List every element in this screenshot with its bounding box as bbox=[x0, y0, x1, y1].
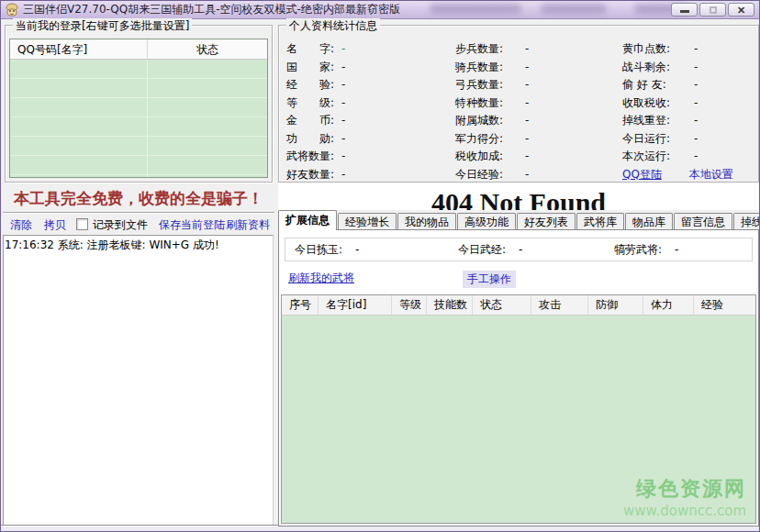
log-to-file-label[interactable]: 记录到文件 bbox=[93, 217, 148, 233]
col-defense: 防御 bbox=[588, 295, 643, 315]
close-button[interactable]: ✕ bbox=[728, 3, 754, 17]
tab-exp-growth[interactable]: 经验增长 bbox=[338, 213, 397, 230]
embedded-browser-strip: 404 Not Found bbox=[278, 183, 759, 210]
stat-value: - bbox=[525, 96, 529, 109]
stat-row: 军力得分:- bbox=[455, 130, 529, 149]
stat-row: 骑兵数量:- bbox=[455, 59, 529, 77]
stat-value: - bbox=[341, 132, 345, 145]
extended-info-panel: 今日拣玉:- 今日武经:- 犒劳武将:- 刷新我的武将 手工操作 序号 名字[i… bbox=[278, 229, 759, 526]
stat-value: - bbox=[525, 168, 529, 181]
log-to-file-checkbox[interactable] bbox=[76, 218, 88, 230]
tab-messages[interactable]: 留言信息 bbox=[674, 213, 732, 230]
col-status: 状态 bbox=[473, 295, 531, 315]
col-skill-count: 技能数 bbox=[427, 295, 473, 315]
reward-generals-label: 犒劳武将: bbox=[614, 243, 662, 256]
divider bbox=[3, 212, 274, 214]
stat-value: - bbox=[525, 114, 529, 127]
column-header-status[interactable]: 状态 bbox=[148, 39, 267, 59]
column-header-qq[interactable]: QQ号码[名字] bbox=[10, 39, 148, 59]
stat-value: - bbox=[341, 42, 345, 55]
login-list-header: QQ号码[名字] 状态 bbox=[10, 39, 267, 60]
stat-row: 功 勋:- bbox=[286, 130, 345, 149]
stat-links-row: QQ登陆 本地设置 bbox=[622, 166, 733, 184]
app-window: 三国伴侣V27.70-QQ胡来三国辅助工具-空间校友双模式-绝密内部最新窃密版 … bbox=[0, 0, 760, 532]
system-log-box[interactable]: 17:16:32 系统: 注册老板键: WIN+G 成功! bbox=[3, 235, 274, 530]
stat-row: 弓兵数量:- bbox=[455, 76, 529, 94]
stat-value: - bbox=[694, 150, 698, 162]
generals-table: 序号 名字[id] 等级 技能数 状态 攻击 防御 体力 经验 绿色资源网 ww… bbox=[281, 294, 756, 524]
stat-row: 步兵数量:- bbox=[455, 40, 529, 59]
tab-friend-list[interactable]: 好友列表 bbox=[517, 213, 576, 230]
stat-value: - bbox=[341, 61, 345, 73]
stat-row: 特种数量:- bbox=[455, 94, 529, 113]
qq-login-link[interactable]: QQ登陆 bbox=[622, 168, 662, 181]
maximize-icon bbox=[710, 6, 717, 14]
today-jade: 今日拣玉:- bbox=[295, 242, 359, 258]
redacted-blur-2 bbox=[541, 4, 607, 14]
today-wujing-value: - bbox=[519, 243, 522, 256]
title-bar[interactable]: 三国伴侣V27.70-QQ胡来三国辅助工具-空间校友双模式-绝密内部最新窃密版 … bbox=[1, 1, 759, 19]
minimize-button[interactable] bbox=[671, 3, 698, 17]
stat-row: 经 验:- bbox=[286, 76, 345, 94]
stat-row: 武将数量:- bbox=[286, 148, 345, 166]
stat-row: 本次运行:- bbox=[622, 148, 733, 166]
log-line: 17:16:32 系统: 注册老板键: WIN+G 成功! bbox=[5, 238, 272, 253]
window-controls: ✕ bbox=[671, 3, 754, 17]
today-jade-value: - bbox=[355, 243, 359, 256]
tab-extended-info[interactable]: 扩展信息 bbox=[278, 210, 337, 230]
watermark: 绿色资源网 www.downcc.com bbox=[623, 475, 746, 519]
col-index: 序号 bbox=[282, 295, 319, 315]
reward-generals-value: - bbox=[675, 243, 678, 256]
watermark-site-url: www.downcc.com bbox=[623, 503, 746, 519]
tab-reconnect[interactable]: 掉线重登 bbox=[733, 213, 760, 230]
manual-operation-link[interactable]: 手工操作 bbox=[463, 271, 516, 288]
col-exp: 经验 bbox=[694, 295, 755, 315]
generals-table-header: 序号 名字[id] 等级 技能数 状态 攻击 防御 体力 经验 bbox=[282, 295, 755, 316]
tab-bar: 扩展信息 经验增长 我的物品 高级功能 好友列表 武将库 物品库 留言信息 掉线… bbox=[278, 210, 759, 230]
stats-column-1: 名 字:- 国 家:- 经 验:- 等 级:- 金 币:- 功 勋:- 武将数量… bbox=[286, 40, 345, 183]
stat-value: - bbox=[525, 150, 529, 162]
login-account-list[interactable]: QQ号码[名字] 状态 bbox=[9, 39, 268, 178]
reward-generals: 犒劳武将:- bbox=[614, 242, 678, 258]
copy-link[interactable]: 拷贝 bbox=[44, 217, 66, 233]
generals-table-body[interactable]: 绿色资源网 www.downcc.com bbox=[282, 316, 755, 523]
stat-value: - bbox=[694, 42, 698, 55]
col-level: 等级 bbox=[392, 295, 427, 315]
stat-value: - bbox=[525, 78, 529, 91]
maximize-button[interactable] bbox=[699, 3, 726, 17]
watermark-site-name: 绿色资源网 bbox=[623, 475, 746, 503]
client-area: 当前我的登录[右键可多选批量设置] QQ号码[名字] 状态 本工具完全免费，收费… bbox=[3, 20, 759, 526]
refresh-profile-link[interactable]: 刷新资料 bbox=[226, 217, 270, 233]
tab-advanced-features[interactable]: 高级功能 bbox=[457, 213, 516, 230]
tab-generals-library[interactable]: 武将库 bbox=[576, 213, 624, 230]
stat-value: - bbox=[341, 150, 345, 162]
stat-row: 名 字:- bbox=[286, 40, 345, 59]
col-attack: 攻击 bbox=[531, 295, 588, 315]
stat-row: 今日经验:- bbox=[455, 166, 529, 184]
stat-value: - bbox=[341, 168, 345, 181]
refresh-my-generals-link[interactable]: 刷新我的武将 bbox=[288, 271, 354, 286]
stat-value: - bbox=[525, 42, 529, 55]
stats-group-title: 个人资料统计信息 bbox=[286, 18, 380, 34]
local-settings-link[interactable]: 本地设置 bbox=[689, 168, 733, 181]
tab-my-items[interactable]: 我的物品 bbox=[397, 213, 456, 230]
stat-value: - bbox=[694, 61, 698, 73]
tab-items-library[interactable]: 物品库 bbox=[625, 213, 673, 230]
stat-row: 国 家:- bbox=[286, 59, 345, 77]
today-wujing-label: 今日武经: bbox=[458, 243, 506, 256]
stat-row: 附属城数:- bbox=[455, 112, 529, 130]
app-icon bbox=[5, 3, 19, 17]
stat-row: 今日运行:- bbox=[622, 130, 733, 149]
login-list-body[interactable] bbox=[10, 60, 267, 177]
login-groupbox: 当前我的登录[右键可多选批量设置] QQ号码[名字] 状态 bbox=[5, 25, 273, 183]
window-title: 三国伴侣V27.70-QQ胡来三国辅助工具-空间校友双模式-绝密内部最新窃密版 bbox=[23, 2, 400, 17]
stat-value: - bbox=[694, 96, 698, 109]
stat-row: 偷 好 友:- bbox=[622, 76, 733, 94]
stat-row: 税收加成:- bbox=[455, 148, 529, 166]
stats-column-3: 黄巾点数:- 战斗剩余:- 偷 好 友:- 收取税收:- 掉线重登:- 今日运行… bbox=[622, 40, 733, 183]
clear-link[interactable]: 清除 bbox=[10, 217, 32, 233]
stat-value: - bbox=[525, 61, 529, 73]
log-toolbar: 清除 拷贝 记录到文件 保存当前登陆 刷新资料 bbox=[3, 215, 274, 235]
col-name-id: 名字[id] bbox=[319, 295, 392, 315]
save-current-login-link[interactable]: 保存当前登陆 bbox=[159, 217, 225, 233]
